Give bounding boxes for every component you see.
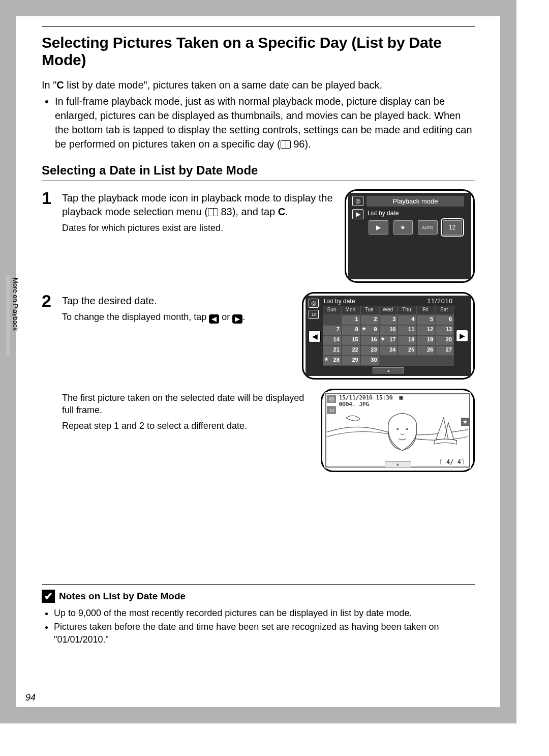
calendar-day-cell[interactable]: 10 [379, 325, 398, 335]
calendar-panel: ◎ 12 ◀ List by date 11/2010 SunMonTueWed… [302, 292, 475, 380]
step-2b-line2: Repeat step 1 and 2 to select a differen… [62, 420, 312, 432]
calendar-day-header: Thu [398, 306, 416, 315]
photo-up-tab[interactable]: ▴ [385, 461, 411, 468]
calendar-day-cell [416, 356, 435, 366]
calendar-day-cell[interactable]: 9 [360, 325, 379, 335]
calendar-day-cell[interactable]: 11 [398, 325, 416, 335]
calendar-day-cell[interactable]: 2 [360, 315, 379, 325]
step-1: 1 Tap the playback mode icon in playback… [42, 189, 475, 283]
next-month-button[interactable]: ▶ [456, 330, 468, 342]
playback-mode-title: Playback mode [367, 196, 464, 207]
playback-btn-play[interactable]: ▶ [369, 220, 388, 235]
calendar-day-cell[interactable]: 30 [360, 356, 379, 366]
page-number: 94 [25, 692, 36, 703]
calendar-day-cell[interactable]: 25 [398, 345, 416, 356]
calendar-day-cell[interactable]: 27 [435, 345, 454, 356]
step-2-continued: 2 The first picture taken on the selecte… [42, 389, 475, 472]
calendar-day-cell[interactable]: 20 [435, 335, 454, 345]
calendar-day-cell[interactable]: 7 [323, 325, 342, 335]
calendar-day-cell [379, 356, 398, 366]
notes-item-1: Up to 9,000 of the most recently recorde… [54, 607, 475, 619]
step-2b-line1: The first picture taken on the selected … [62, 392, 312, 417]
side-tab: More on Playback [6, 275, 19, 356]
subtitle-rule [42, 181, 475, 181]
calendar-day-cell[interactable]: 23 [360, 345, 379, 356]
list-by-date-mode-icon: C [56, 79, 64, 91]
playback-btn-favorite[interactable]: ★ [393, 220, 413, 235]
playback-icon[interactable]: ▶ [352, 209, 363, 219]
playback-btn-listbydate[interactable]: 12 [443, 220, 463, 235]
calendar-day-cell[interactable]: 1 [342, 315, 360, 325]
calendar-day-cell[interactable]: 24 [379, 345, 398, 356]
step-1-number: 1 [42, 189, 56, 237]
calendar-day-cell [398, 356, 416, 366]
camera-icon[interactable]: ◎ [326, 394, 337, 403]
calendar-day-cell[interactable]: 18 [398, 335, 416, 345]
calendar-day-header: Sat [435, 306, 454, 315]
calendar-day-header: Fri [416, 306, 435, 315]
notes-item-2: Pictures taken before the date and time … [54, 621, 475, 646]
calendar-title: List by date [324, 298, 355, 305]
section-subtitle: Selecting a Date in List by Date Mode [42, 163, 475, 178]
page-ref-icon [281, 140, 291, 149]
calendar-day-cell[interactable]: 19 [416, 335, 435, 345]
photo-preview-panel: ◎ 12 15/11/2010 15:30 ▦ 0004. JPG ★ [321, 389, 475, 472]
notes-section: ✔ Notes on List by Date Mode Up to 9,000… [42, 584, 475, 646]
step-2-lead: Tap the desired date. [62, 294, 293, 308]
top-rule [42, 26, 475, 27]
side-tab-label: More on Playback [10, 275, 19, 356]
calendar-day-cell[interactable]: 29 [342, 356, 360, 366]
calendar-day-cell [323, 315, 342, 325]
svg-point-2 [406, 428, 408, 430]
playback-mode-subtitle: List by date [367, 209, 464, 219]
calendar-day-cell[interactable]: 8 [342, 325, 360, 335]
calendar-day-cell[interactable]: 12 [416, 325, 435, 335]
calendar-day-cell[interactable]: 13 [435, 325, 454, 335]
step-1-sub: Dates for which pictures exist are liste… [62, 222, 336, 234]
photo-counter: 〔 4/ 4〕 [437, 458, 467, 467]
calendar-day-cell[interactable]: 28 [323, 356, 342, 366]
intro-text: In "C list by date mode", pictures taken… [42, 78, 475, 92]
prev-month-button[interactable]: ◀ [309, 330, 321, 342]
list-icon[interactable]: 12 [309, 310, 319, 319]
next-month-icon: ▶ [232, 314, 242, 324]
calendar-day-cell[interactable]: 16 [360, 335, 379, 345]
calendar-day-cell[interactable]: 6 [435, 315, 454, 325]
calendar-day-cell[interactable]: 14 [323, 335, 342, 345]
calendar-month: 11/2010 [428, 298, 453, 305]
step-2: 2 Tap the desired date. To change the di… [42, 292, 475, 380]
step-2-number: 2 [42, 292, 56, 327]
page-ref-icon [208, 208, 218, 216]
calendar-day-header: Mon [342, 306, 360, 315]
calendar-day-cell [435, 356, 454, 366]
notes-heading: Notes on List by Date Mode [59, 591, 186, 602]
camera-icon[interactable]: ◎ [309, 299, 319, 308]
calendar-day-cell[interactable]: 22 [342, 345, 360, 356]
calendar-day-cell[interactable]: 26 [416, 345, 435, 356]
step-1-lead: Tap the playback mode icon in playback m… [62, 191, 336, 219]
page-title: Selecting Pictures Taken on a Specific D… [42, 34, 475, 69]
calendar-grid[interactable]: SunMonTueWedThuFriSat1234567891011121314… [323, 306, 454, 366]
calendar-day-cell[interactable]: 21 [323, 345, 342, 356]
notes-check-icon: ✔ [42, 590, 55, 603]
step-2-sub: To change the displayed month, tap ◀ or … [62, 311, 293, 324]
calendar-day-cell[interactable]: 15 [342, 335, 360, 345]
calendar-day-cell[interactable]: 3 [379, 315, 398, 325]
calendar-day-cell[interactable]: 5 [416, 315, 435, 325]
calendar-day-header: Sun [323, 306, 342, 315]
camera-icon[interactable]: ◎ [352, 196, 363, 206]
playback-btn-auto[interactable]: AUTO [418, 220, 438, 235]
calendar-day-cell[interactable]: 17 [379, 335, 398, 345]
calendar-up-tab[interactable]: ▴ [373, 367, 404, 373]
calendar-day-header: Tue [360, 306, 379, 315]
calendar-day-header: Wed [379, 306, 398, 315]
svg-point-1 [397, 428, 399, 430]
photo-illustration [327, 403, 468, 460]
calendar-day-cell[interactable]: 4 [398, 315, 416, 325]
playback-mode-panel: ◎ ▶ Playback mode List by date ▶ ★ AUTO … [345, 189, 475, 283]
intro-bullets: In full-frame playback mode, just as wit… [42, 94, 475, 151]
prev-month-icon: ◀ [209, 314, 219, 324]
